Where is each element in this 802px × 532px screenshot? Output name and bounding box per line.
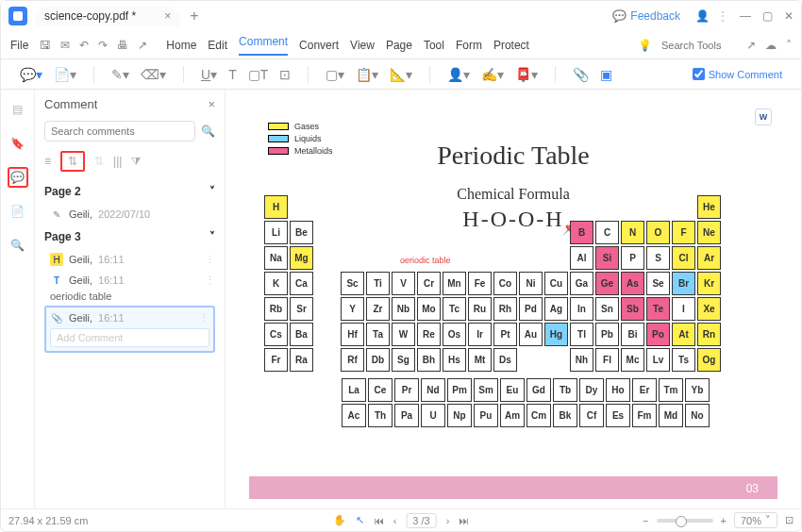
sort-icon[interactable]: ≡: [44, 155, 51, 168]
menu-home[interactable]: Home: [166, 39, 196, 52]
file-menu[interactable]: File: [10, 39, 28, 52]
lanthanide-table: LaCePrNdPmSmEuGdTbDyHoErTmYbAcThPaUNpPuA…: [340, 376, 711, 429]
last-page-icon[interactable]: ⏭: [459, 515, 469, 526]
menu-tool[interactable]: Tool: [424, 39, 444, 52]
comment-p3b[interactable]: T Geili, 16:11 ⋮: [44, 270, 215, 291]
select-tool-icon[interactable]: ↖: [356, 514, 364, 526]
menu-view[interactable]: View: [350, 39, 375, 52]
underline-tool-icon[interactable]: U▾: [201, 67, 217, 82]
word-badge-icon[interactable]: W: [755, 108, 772, 125]
signature-tool-icon[interactable]: ✍▾: [481, 67, 504, 82]
comment-p2[interactable]: ✎ Geili, 2022/07/10: [44, 204, 215, 224]
menu-form[interactable]: Form: [456, 39, 482, 52]
attach-icon[interactable]: 📎: [573, 67, 589, 82]
feedback-button[interactable]: 💬 Feedback: [612, 9, 680, 23]
search-comments-input[interactable]: [44, 121, 195, 141]
zoom-out-icon[interactable]: −: [643, 515, 648, 526]
chevron-down-icon: ˅: [209, 185, 215, 198]
filter-icon[interactable]: ⧩: [131, 155, 141, 168]
measure-tool-icon[interactable]: 📐▾: [390, 67, 412, 82]
undo-icon[interactable]: ↶: [79, 39, 89, 52]
menu-convert[interactable]: Convert: [299, 39, 339, 52]
comment-toolbar: 💬▾ 📄▾ ✎▾ ⌫▾ U▾ T ▢T ⊡ ▢▾ 📋▾ 📐▾ 👤▾ ✍▾ 📮▾ …: [1, 59, 801, 90]
chevron-up-icon[interactable]: ˄: [786, 39, 792, 52]
next-page-icon[interactable]: ›: [446, 515, 450, 526]
highlight-tool-icon[interactable]: ✎▾: [111, 67, 129, 82]
fit-page-icon[interactable]: ⊡: [785, 514, 794, 526]
text-icon: T: [50, 274, 63, 287]
main-area: ▤ 🔖 💬 📄 🔍 Comment × 🔍 ≡ ⇅ ⇅ ||| ⧩ Page 2…: [1, 90, 801, 508]
search-icon[interactable]: 🔍: [201, 125, 215, 138]
show-comment-checkbox[interactable]: [693, 68, 705, 80]
chevron-down-icon: ˅: [765, 514, 771, 526]
show-comment-toggle[interactable]: Show Comment: [693, 68, 782, 80]
zoom-slider[interactable]: [657, 519, 713, 523]
menu-protect[interactable]: Protect: [493, 39, 529, 52]
titlebar: science-copy.pdf * × + 💬 Feedback 👤 ⋮ — …: [1, 1, 801, 31]
share-icon[interactable]: ↗: [746, 39, 756, 52]
menu-comment[interactable]: Comment: [239, 35, 288, 56]
more-icon[interactable]: ⋮: [205, 274, 215, 287]
panel-header: Comment ×: [44, 97, 215, 111]
menu-page[interactable]: Page: [386, 39, 412, 52]
document-tab[interactable]: science-copy.pdf * ×: [35, 6, 180, 26]
highlight-icon: H: [50, 253, 63, 266]
menu-edit[interactable]: Edit: [208, 39, 227, 52]
more-icon[interactable]: ⋮: [199, 312, 209, 324]
note-tool-icon[interactable]: 💬▾: [20, 67, 42, 82]
close-window-button[interactable]: ✕: [784, 9, 794, 23]
comment-p3c-selected[interactable]: 📎 Geili, 16:11 ⋮ Add Comment: [44, 306, 215, 353]
shape-tool-icon[interactable]: ▢▾: [326, 67, 344, 82]
minimize-button[interactable]: —: [740, 9, 751, 23]
export-icon[interactable]: ↗: [138, 39, 147, 52]
stamp-icon[interactable]: 📮▾: [515, 67, 538, 82]
mail-icon[interactable]: ✉: [60, 39, 70, 52]
page-3-header[interactable]: Page 3 ˅: [44, 224, 215, 249]
save-icon[interactable]: 🖫: [40, 39, 51, 52]
comment-p3a[interactable]: H Geili, 16:11 ⋮: [44, 249, 215, 270]
close-panel-icon[interactable]: ×: [208, 97, 215, 111]
chat-icon: 💬: [612, 9, 627, 23]
page-2-header[interactable]: Page 2 ˅: [44, 179, 215, 204]
cloud-icon[interactable]: ☁: [765, 39, 777, 52]
text-box-icon[interactable]: ▢T: [248, 67, 269, 82]
comments-rail-icon[interactable]: 💬: [8, 167, 28, 188]
attachment-icon: 📎: [50, 311, 63, 324]
hand-tool-icon[interactable]: ✋: [333, 514, 346, 526]
print-icon[interactable]: 🖶: [117, 39, 128, 52]
first-page-icon[interactable]: ⏮: [374, 515, 384, 526]
pencil-icon: ✎: [50, 208, 63, 221]
bookmark-icon[interactable]: 🔖: [8, 133, 28, 154]
lightbulb-icon: 💡: [638, 39, 652, 52]
prev-page-icon[interactable]: ‹: [393, 515, 397, 526]
columns-icon[interactable]: |||: [113, 155, 122, 168]
text-tool-icon[interactable]: 📄▾: [54, 67, 76, 82]
more-icon[interactable]: ⋮: [717, 9, 728, 23]
zoom-level[interactable]: 70% ˅: [734, 512, 777, 528]
close-tab-icon[interactable]: ×: [164, 9, 171, 23]
stamp-tool-icon[interactable]: 📋▾: [356, 67, 378, 82]
callout-icon[interactable]: ⊡: [279, 67, 291, 82]
page-indicator[interactable]: 3 /3: [406, 513, 436, 528]
manage-icon[interactable]: ▣: [600, 67, 612, 82]
more-icon[interactable]: ⋮: [205, 254, 215, 266]
maximize-button[interactable]: ▢: [762, 9, 773, 23]
thumbnails-icon[interactable]: ▤: [8, 99, 28, 120]
periodic-table: HHeLiBeBCNOFNeNaMgAlSiPSClArKCaScTiVCrMn…: [262, 193, 723, 374]
document-viewport[interactable]: W Gases Liquids Metalloids Periodic Tabl…: [226, 90, 801, 508]
add-comment-input[interactable]: Add Comment: [50, 328, 209, 347]
search-tools-input[interactable]: [661, 40, 737, 51]
left-rail: ▤ 🔖 💬 📄 🔍: [1, 90, 35, 508]
search-rail-icon[interactable]: 🔍: [8, 235, 28, 256]
attachments-icon[interactable]: 📄: [8, 201, 28, 222]
user-icon[interactable]: 👤: [695, 9, 710, 23]
chevron-down-icon: ˅: [209, 230, 215, 243]
new-tab-button[interactable]: +: [190, 8, 198, 25]
sort-alt-icon[interactable]: ⇅: [94, 155, 104, 168]
eraser-tool-icon[interactable]: ⌫▾: [141, 67, 166, 82]
user-tool-icon[interactable]: 👤▾: [447, 67, 470, 82]
redo-icon[interactable]: ↷: [98, 39, 108, 52]
sort-az-icon[interactable]: ⇅: [60, 151, 85, 172]
text-insert-icon[interactable]: T: [228, 67, 237, 82]
zoom-in-icon[interactable]: +: [721, 515, 727, 526]
